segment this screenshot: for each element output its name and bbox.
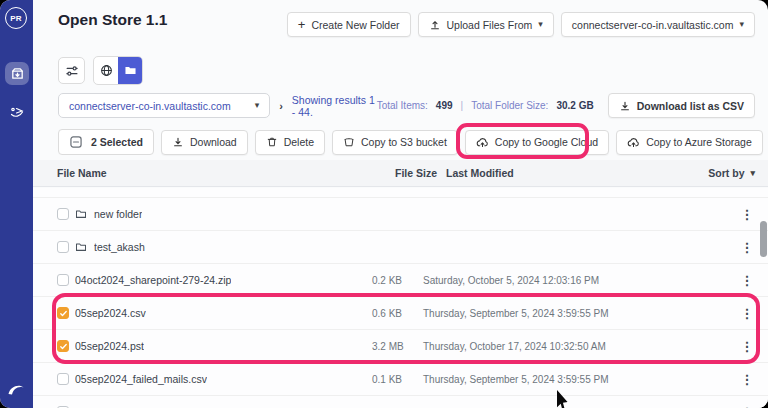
table-row[interactable]: 10sep2024_site.zip 1.3 KB Tuesday, Febru…	[33, 396, 768, 408]
check-icon	[59, 309, 68, 318]
file-modified: Saturday, October 5, 2024 12:03:16 PM	[423, 275, 734, 286]
row-checkbox[interactable]	[57, 307, 69, 319]
folder-icon	[75, 241, 87, 253]
server-dropdown-top-value: connectserver-co-in.vaultastic.com	[572, 19, 734, 31]
row-checkbox[interactable]	[57, 208, 69, 220]
row-checkbox[interactable]	[57, 373, 69, 385]
delete-label: Delete	[284, 136, 314, 148]
filter-settings-button[interactable]	[58, 57, 85, 84]
table-header: File Name File Size Last Modified Sort b…	[33, 160, 768, 187]
caret-down-icon: ▾	[538, 20, 543, 29]
server-dropdown-breadcrumb-value: connectserver-co-in.vaultastic.com	[69, 100, 231, 112]
bulk-action-toolbar: 2 Selected Download Delete	[58, 129, 763, 155]
table-row[interactable]: 05sep2024.csv 0.6 KB Thursday, September…	[33, 297, 768, 330]
table-row[interactable]: new folder ⋮	[33, 198, 768, 231]
scrollbar-thumb[interactable]	[760, 221, 767, 257]
selection-count-label: 2 Selected	[91, 136, 143, 148]
copy-to-azure-button[interactable]: Copy to Azure Storage	[616, 130, 763, 155]
copy-to-azure-label: Copy to Azure Storage	[646, 136, 752, 148]
trash-icon	[266, 136, 278, 148]
inbox-icon	[10, 66, 25, 81]
total-items-label: Total Items:	[377, 100, 428, 111]
file-modified: Thursday, September 5, 2024 3:59:55 PM	[423, 374, 734, 385]
server-dropdown-breadcrumb[interactable]: connectserver-co-in.vaultastic.com ▾	[58, 93, 270, 118]
copy-to-s3-label: Copy to S3 bucket	[361, 136, 447, 148]
download-button[interactable]: Download	[161, 130, 248, 155]
cloud-upload-icon	[476, 136, 489, 149]
app-window: PR Open Store 1.1	[0, 0, 768, 408]
bucket-icon	[343, 136, 355, 148]
row-checkbox[interactable]	[57, 241, 69, 253]
delete-button[interactable]: Delete	[255, 130, 325, 155]
breadcrumb: connectserver-co-in.vaultastic.com ▾ › S…	[58, 93, 755, 118]
upload-icon	[429, 19, 441, 31]
file-name: new folder	[94, 208, 142, 220]
kebab-menu-icon[interactable]: ⋮	[734, 208, 760, 221]
kebab-menu-icon[interactable]: ⋮	[734, 373, 760, 386]
stats-bar: Total Items: 499 | Total Folder Size: 30…	[377, 93, 755, 118]
copy-to-google-cloud-label: Copy to Google Cloud	[495, 136, 598, 148]
table-row[interactable]: 05sep2024.pst 3.2 MB Thursday, October 1…	[33, 330, 768, 363]
create-new-folder-button[interactable]: + Create New Folder	[287, 12, 411, 37]
file-name: 05sep2024_failed_mails.csv	[75, 373, 207, 385]
column-header-file-size: File Size	[395, 167, 446, 179]
file-name: 04oct2024_sharepoint-279-24.zip	[75, 274, 231, 286]
file-rows: mash ⋮ new folder ⋮	[33, 188, 768, 408]
selection-chip[interactable]: 2 Selected	[58, 129, 154, 155]
caret-down-icon: ▾	[739, 20, 744, 29]
indeterminate-checkbox-icon	[69, 135, 83, 149]
download-csv-button[interactable]: Download list as CSV	[608, 93, 755, 118]
row-checkbox[interactable]	[57, 274, 69, 286]
upload-files-from-button[interactable]: Upload Files From ▾	[418, 12, 554, 37]
topbar: + Create New Folder Upload Files From ▾ …	[287, 12, 755, 37]
chevron-right-icon: ›	[279, 100, 283, 112]
folder-icon	[75, 208, 87, 220]
file-name: 05sep2024.csv	[75, 307, 146, 319]
file-size: 0.6 KB	[372, 308, 423, 319]
view-toggle	[93, 56, 143, 85]
table-row[interactable]: test_akash ⋮	[33, 231, 768, 264]
copy-to-s3-button[interactable]: Copy to S3 bucket	[332, 130, 458, 155]
table-row[interactable]: 04oct2024_sharepoint-279-24.zip 0.2 KB S…	[33, 264, 768, 297]
brand-swoosh-icon	[6, 379, 27, 399]
sort-by-control[interactable]: Sort by ▾	[708, 167, 755, 179]
create-new-folder-label: Create New Folder	[311, 19, 399, 31]
brand-logo	[6, 379, 27, 399]
kebab-menu-icon[interactable]: ⋮	[734, 274, 760, 287]
upload-files-from-label: Upload Files From	[447, 19, 533, 31]
file-modified: Thursday, September 5, 2024 3:59:55 PM	[423, 308, 734, 319]
total-size-value: 30.2 GB	[556, 100, 593, 111]
download-icon	[172, 136, 184, 148]
file-size: 0.2 KB	[372, 275, 423, 286]
avatar[interactable]: PR	[5, 7, 27, 29]
page-title: Open Store 1.1	[58, 11, 167, 29]
download-label: Download	[190, 136, 237, 148]
tune-sliders-icon	[65, 64, 79, 78]
row-checkbox[interactable]	[57, 340, 69, 352]
web-view-toggle[interactable]	[94, 57, 118, 84]
sort-by-label: Sort by	[708, 167, 744, 179]
column-header-file-name: File Name	[57, 167, 395, 179]
plus-icon: +	[298, 18, 306, 31]
kebab-menu-icon[interactable]: ⋮	[734, 340, 760, 353]
sidebar-item-flows[interactable]	[5, 100, 29, 123]
copy-to-google-cloud-button[interactable]: Copy to Google Cloud	[465, 130, 609, 155]
file-size: 0.1 KB	[372, 374, 423, 385]
globe-icon	[100, 64, 113, 77]
file-modified: Thursday, October 17, 2024 10:32:50 AM	[423, 341, 734, 352]
server-dropdown-top[interactable]: connectserver-co-in.vaultastic.com ▾	[561, 12, 755, 37]
table-row[interactable]: mash ⋮	[33, 188, 768, 198]
download-icon	[619, 100, 631, 112]
kebab-menu-icon[interactable]: ⋮	[734, 241, 760, 254]
stats-separator: |	[461, 100, 464, 111]
folder-view-toggle[interactable]	[118, 57, 142, 84]
sidebar: PR	[0, 0, 33, 408]
main-content: Open Store 1.1 + Create New Folder Uploa…	[33, 0, 768, 408]
caret-down-icon: ▾	[750, 169, 755, 178]
cloud-upload-icon	[627, 136, 640, 149]
sidebar-item-store[interactable]	[5, 62, 29, 85]
kebab-menu-icon[interactable]: ⋮	[734, 307, 760, 320]
table-row[interactable]: 05sep2024_failed_mails.csv 0.1 KB Thursd…	[33, 363, 768, 396]
column-header-last-modified: Last Modified	[446, 167, 708, 179]
check-icon	[59, 342, 68, 351]
